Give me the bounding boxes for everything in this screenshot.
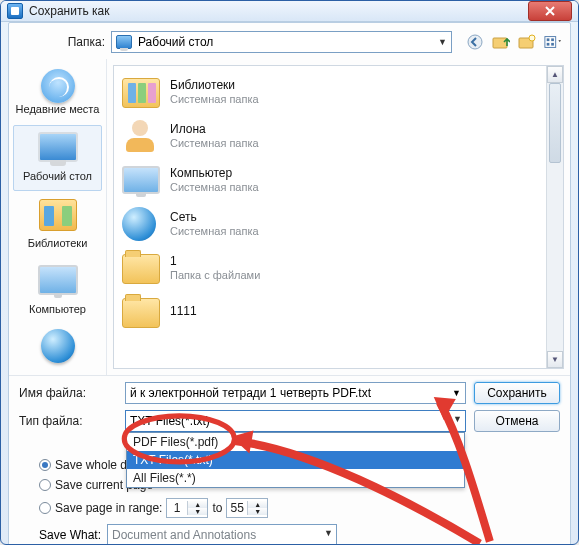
sidebar-item-recent[interactable]: Недавние места: [9, 65, 106, 123]
file-list-item[interactable]: БиблиотекиСистемная папка: [120, 70, 545, 114]
sidebar-item-label: Компьютер: [11, 303, 104, 315]
save-what-row: Save What: Document and Annotations ▼: [19, 524, 560, 545]
range-from-value: 1: [167, 501, 187, 515]
svg-point-0: [468, 35, 482, 49]
cancel-button[interactable]: Отмена: [474, 410, 560, 432]
filetype-option[interactable]: TXT Files(*.txt): [127, 451, 464, 469]
titlebar: Сохранить как: [1, 1, 578, 22]
svg-rect-1: [493, 38, 507, 48]
scrollbar[interactable]: ▲ ▼: [546, 66, 563, 368]
up-button[interactable]: [492, 33, 510, 51]
file-item-name: 1: [170, 255, 260, 269]
file-item-sub: Системная папка: [170, 93, 259, 106]
desktop-icon: [38, 132, 78, 162]
file-item-sub: Системная папка: [170, 225, 259, 238]
recent-places-icon: [41, 69, 75, 103]
chevron-down-icon: ▼: [438, 37, 447, 47]
filename-row: Имя файла: й к электронной тетради 1 чет…: [19, 382, 560, 404]
save-as-dialog: Сохранить как Папка: Рабочий стол ▼: [0, 0, 579, 545]
user-icon: [122, 118, 158, 152]
sidebar-item-libraries[interactable]: Библиотеки: [9, 193, 106, 257]
chevron-down-icon: ▼: [324, 528, 333, 538]
file-item-name: Библиотеки: [170, 79, 259, 93]
file-item-sub: Системная папка: [170, 181, 259, 194]
file-item-name: Илона: [170, 123, 259, 137]
file-list-item[interactable]: 1Папка с файлами: [120, 246, 545, 290]
spin-down-icon[interactable]: ▼: [188, 508, 208, 515]
folder-icon: [122, 298, 160, 328]
folder-row: Папка: Рабочий стол ▼: [9, 23, 570, 59]
svg-rect-6: [551, 38, 554, 41]
sidebar-item-network[interactable]: [9, 325, 106, 375]
save-button[interactable]: Сохранить: [474, 382, 560, 404]
scroll-down-button[interactable]: ▼: [547, 351, 563, 368]
spin-up-icon[interactable]: ▲: [248, 501, 268, 508]
filetype-option[interactable]: PDF Files(*.pdf): [127, 433, 464, 451]
window-title: Сохранить как: [29, 4, 528, 18]
bottom-panel: Имя файла: й к электронной тетради 1 чет…: [9, 375, 570, 545]
radio-range[interactable]: [39, 502, 51, 514]
range-to-spinner[interactable]: 55 ▲▼: [226, 498, 268, 518]
svg-rect-8: [551, 43, 554, 46]
back-icon: [467, 34, 483, 50]
svg-rect-4: [545, 37, 556, 48]
file-list-item[interactable]: СетьСистемная папка: [120, 202, 545, 246]
range-to-value: 55: [227, 501, 247, 515]
places-sidebar: Недавние места Рабочий стол Библиотеки К…: [9, 59, 107, 375]
app-icon: [7, 3, 23, 19]
new-folder-button[interactable]: [518, 33, 536, 51]
range-to-label: to: [212, 501, 222, 515]
chevron-down-icon: ▼: [453, 414, 462, 424]
scroll-up-button[interactable]: ▲: [547, 66, 563, 83]
range-from-spinner[interactable]: 1 ▲▼: [166, 498, 208, 518]
file-item-name: 1111: [170, 305, 197, 319]
save-what-label: Save What:: [39, 528, 101, 542]
file-item-name: Сеть: [170, 211, 259, 225]
folder-combo[interactable]: Рабочий стол ▼: [111, 31, 452, 53]
filename-label: Имя файла:: [19, 386, 117, 400]
view-icon: [544, 34, 562, 50]
view-menu-button[interactable]: [544, 33, 562, 51]
radio-range-row: Save page in range: 1 ▲▼ to 55 ▲▼: [19, 498, 560, 518]
file-list-item[interactable]: КомпьютерСистемная папка: [120, 158, 545, 202]
file-item-sub: Папка с файлами: [170, 269, 260, 282]
comp-icon: [122, 166, 160, 194]
scroll-thumb[interactable]: [549, 83, 561, 163]
folder-combo-value: Рабочий стол: [138, 35, 213, 49]
file-list-item[interactable]: ИлонаСистемная папка: [120, 114, 545, 158]
svg-rect-7: [547, 43, 550, 46]
filename-value: й к электронной тетради 1 четверть PDF.t…: [130, 386, 371, 400]
filetype-dropdown: PDF Files(*.pdf) TXT Files(*.txt) All Fi…: [126, 432, 465, 488]
lib-icon: [122, 78, 160, 108]
radio-current[interactable]: [39, 479, 51, 491]
svg-rect-5: [547, 38, 550, 41]
close-button[interactable]: [528, 1, 572, 21]
folder-toolbar: [458, 33, 562, 51]
back-button[interactable]: [466, 33, 484, 51]
svg-point-3: [529, 35, 535, 41]
network-icon: [41, 329, 75, 363]
file-list-item[interactable]: 1111: [120, 290, 545, 334]
close-icon: [545, 6, 555, 16]
file-list[interactable]: БиблиотекиСистемная папкаИлонаСистемная …: [113, 65, 564, 369]
sidebar-item-label: Недавние места: [11, 103, 104, 115]
spin-up-icon[interactable]: ▲: [188, 501, 208, 508]
save-what-combo[interactable]: Document and Annotations ▼: [107, 524, 337, 545]
sidebar-item-desktop[interactable]: Рабочий стол: [13, 125, 102, 191]
folder-icon: [122, 254, 160, 284]
save-what-value: Document and Annotations: [112, 528, 256, 542]
radio-whole[interactable]: [39, 459, 51, 471]
folder-label: Папка:: [17, 35, 105, 49]
spin-down-icon[interactable]: ▼: [248, 508, 268, 515]
filetype-option[interactable]: All Files(*.*): [127, 469, 464, 487]
sidebar-item-computer[interactable]: Компьютер: [9, 259, 106, 323]
libraries-icon: [39, 199, 77, 231]
chevron-down-icon: ▼: [452, 388, 461, 398]
file-item-sub: Системная папка: [170, 137, 259, 150]
new-folder-icon: [518, 34, 536, 50]
sidebar-item-label: Рабочий стол: [16, 170, 99, 182]
filetype-row: Тип файла: TXT Files(*.txt) ▼ PDF Files(…: [19, 410, 560, 432]
desktop-icon: [116, 35, 132, 49]
filetype-combo[interactable]: TXT Files(*.txt) ▼ PDF Files(*.pdf) TXT …: [125, 410, 466, 432]
filename-input[interactable]: й к электронной тетради 1 четверть PDF.t…: [125, 382, 466, 404]
